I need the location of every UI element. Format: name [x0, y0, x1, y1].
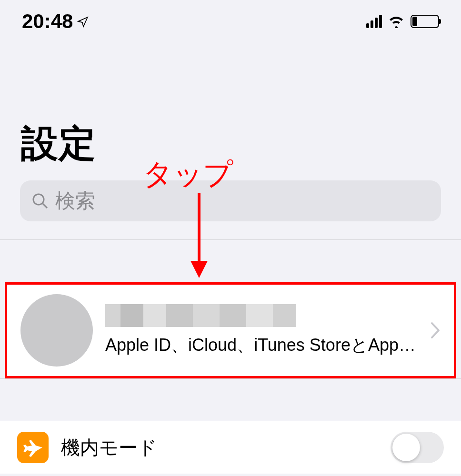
apple-id-row[interactable]: Apple ID、iCloud、iTunes StoreとApp S...: [7, 285, 454, 376]
svg-point-0: [33, 194, 44, 205]
chevron-right-icon: [430, 321, 441, 339]
page-title: 設定: [21, 119, 440, 169]
status-bar: 20:48: [0, 0, 461, 43]
wifi-icon: [388, 15, 405, 28]
status-time: 20:48: [22, 10, 73, 33]
section-separator: [0, 239, 461, 282]
airplane-icon: [17, 432, 49, 463]
search-icon: [31, 192, 49, 209]
location-icon: [77, 16, 89, 28]
apple-id-text: Apple ID、iCloud、iTunes StoreとApp S...: [105, 304, 418, 357]
airplane-mode-toggle[interactable]: [391, 432, 444, 463]
toggle-knob: [392, 434, 420, 461]
search-placeholder: 検索: [55, 188, 95, 214]
search-container: 検索: [0, 180, 461, 239]
battery-icon: [411, 15, 439, 28]
airplane-mode-label: 機内モード: [61, 435, 378, 461]
avatar: [20, 294, 93, 367]
apple-id-subtitle: Apple ID、iCloud、iTunes StoreとApp S...: [105, 334, 418, 357]
svg-line-1: [43, 204, 47, 208]
airplane-mode-row[interactable]: 機内モード: [0, 421, 461, 474]
status-left: 20:48: [22, 10, 89, 33]
search-input[interactable]: 検索: [20, 180, 441, 221]
status-right: [366, 15, 439, 28]
page-header: 設定: [0, 43, 461, 180]
user-name-redacted: [105, 304, 296, 327]
cellular-signal-icon: [366, 15, 382, 28]
section-gap: [0, 378, 461, 421]
apple-id-highlight: Apple ID、iCloud、iTunes StoreとApp S...: [5, 282, 456, 378]
